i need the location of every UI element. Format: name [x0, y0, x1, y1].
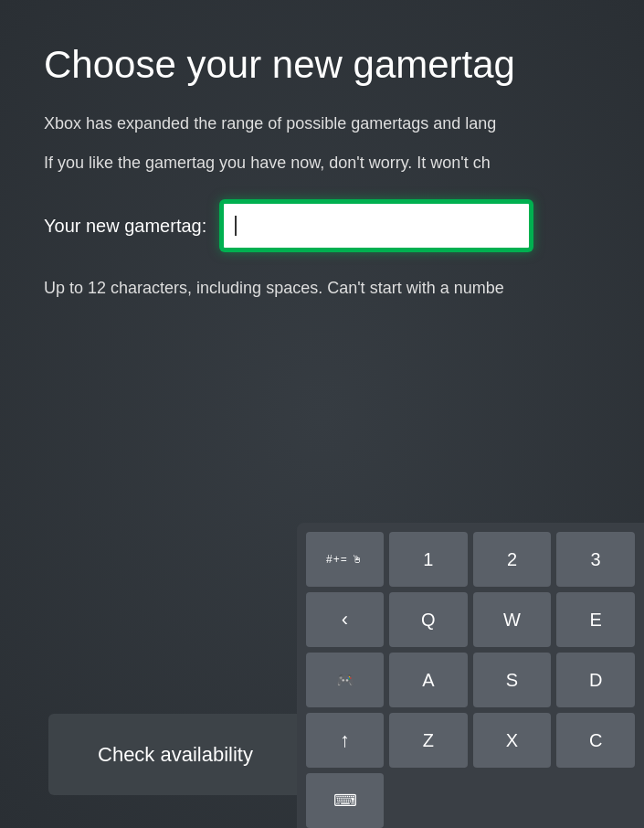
- key-2[interactable]: 2: [473, 532, 552, 587]
- key-e[interactable]: E: [556, 592, 635, 647]
- description-text-2: If you like the gamertag you have now, d…: [44, 151, 600, 175]
- keys-row-4: Z X C: [389, 713, 635, 768]
- key-z[interactable]: Z: [389, 713, 468, 768]
- keys-row-2: Q W E: [389, 592, 635, 647]
- gamertag-row: Your new gamertag:: [44, 201, 600, 250]
- key-s[interactable]: S: [473, 653, 552, 707]
- keyboard-right-cols: 1 2 3 Q W E A S D Z X C: [389, 532, 635, 828]
- language-icon: ⌨: [333, 791, 357, 811]
- keyboard-inner: #+= 🖱 ‹ 🎮 ↑ ⌨ 1 2 3 Q W: [306, 532, 635, 828]
- gamertag-label: Your new gamertag:: [44, 216, 206, 237]
- key-symbols-label: #+= 🖱: [326, 553, 364, 566]
- key-shift[interactable]: ↑: [306, 713, 384, 768]
- check-availability-label: Check availability: [98, 743, 253, 767]
- shift-icon: ↑: [340, 728, 350, 752]
- controller-icon: 🎮: [336, 672, 354, 689]
- key-language[interactable]: ⌨: [306, 773, 384, 828]
- check-availability-button[interactable]: Check availability: [48, 714, 302, 795]
- key-backspace[interactable]: ‹: [306, 592, 384, 647]
- text-cursor: [235, 216, 237, 236]
- keys-row-3: A S D: [389, 653, 635, 707]
- key-1[interactable]: 1: [389, 532, 468, 587]
- gamertag-input[interactable]: [221, 201, 532, 250]
- key-controller[interactable]: 🎮: [306, 653, 384, 707]
- key-c[interactable]: C: [556, 713, 635, 768]
- back-icon: ‹: [342, 608, 348, 632]
- key-3[interactable]: 3: [556, 532, 635, 587]
- hint-text: Up to 12 characters, including spaces. C…: [44, 276, 600, 301]
- key-w[interactable]: W: [473, 592, 552, 647]
- keys-row-1: 1 2 3: [389, 532, 635, 587]
- key-a[interactable]: A: [389, 653, 468, 707]
- key-symbols[interactable]: #+= 🖱: [306, 532, 384, 587]
- main-content: Choose your new gamertag Xbox has expand…: [0, 0, 644, 301]
- key-q[interactable]: Q: [389, 592, 468, 647]
- key-x[interactable]: X: [473, 713, 552, 768]
- key-d[interactable]: D: [556, 653, 635, 707]
- keyboard-panel: #+= 🖱 ‹ 🎮 ↑ ⌨ 1 2 3 Q W: [297, 523, 644, 828]
- description-text-1: Xbox has expanded the range of possible …: [44, 111, 600, 136]
- keyboard-left-col: #+= 🖱 ‹ 🎮 ↑ ⌨: [306, 532, 384, 828]
- page-title: Choose your new gamertag: [44, 44, 600, 86]
